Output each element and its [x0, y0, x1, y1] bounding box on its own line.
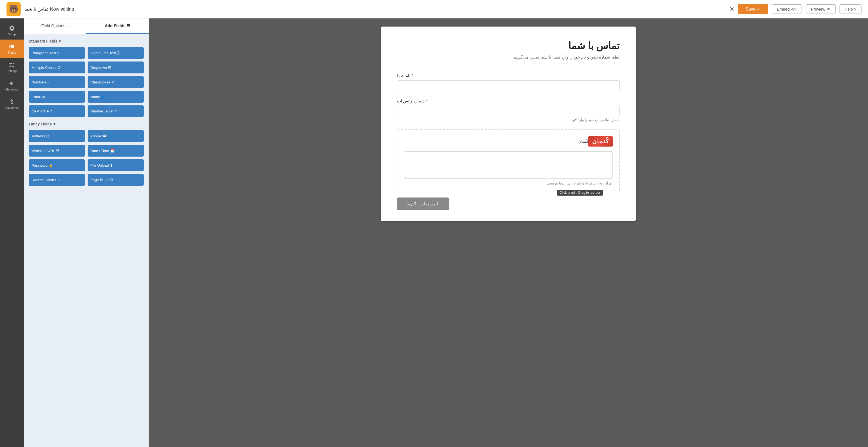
captcha-textarea[interactable] — [404, 151, 613, 178]
topbar-right: ✕ Save ✓ Embed </> Preview 👁 Help ? — [730, 4, 862, 14]
field-panel-tabs: Field Options = Add Fields ☰ — [24, 19, 149, 34]
sidebar-item-marketing[interactable]: Marketing — [0, 76, 24, 95]
name-button[interactable]: Name 👤 — [88, 91, 144, 103]
standard-fields-header[interactable]: Standard Fields ▾ — [29, 39, 144, 43]
logo-bear: 🐻 — [6, 2, 21, 16]
form-preview: تماس با شما لطفا شماره تلفن و نام خود را… — [149, 19, 868, 447]
captcha-image: کُتمان — [588, 136, 613, 146]
form-card: تماس با شما لطفا شماره تلفن و نام خود را… — [381, 27, 636, 221]
sidebar-payments-label: Payments — [5, 106, 19, 109]
checkboxes-button[interactable]: Checkboxes ✓ — [88, 76, 144, 88]
submit-button[interactable]: با من تماس بگیرید — [397, 198, 449, 210]
topbar: 🐻 Now editing تماس با شما ✕ Save ✓ Embed… — [0, 0, 868, 19]
sidebar-setup-label: Setup — [8, 33, 16, 36]
file-upload-button[interactable]: File Upload ⬆ — [88, 159, 144, 171]
website-url-button[interactable]: Website / URL ⛓ — [29, 145, 85, 157]
embed-button[interactable]: Embed </> — [772, 4, 802, 14]
numbers-button[interactable]: Numbers # — [29, 76, 85, 88]
submit-row: با من تماس بگیرید — [397, 198, 620, 210]
whatsapp-field-label: * شماره واتس اپ — [397, 99, 620, 103]
field-panel: Field Options = Add Fields ☰ Standard Fi… — [24, 19, 149, 447]
address-button[interactable]: Address ◎ — [29, 130, 85, 142]
whatsapp-hint: شماره واتس اپ خود را وارد کنید. — [397, 118, 620, 122]
form-subtitle[interactable]: لطفا شماره تلفن و نام خود را وارد کنید. … — [397, 55, 620, 60]
name-required-star: * — [411, 73, 413, 78]
preview-button[interactable]: Preview 👁 — [806, 4, 836, 14]
save-button[interactable]: Save ✓ — [738, 4, 768, 14]
dropdown-button[interactable]: Dropdown ▤ — [88, 62, 144, 73]
standard-fields-section: Standard Fields ▾ Paragraph Text ¶ Singl… — [24, 34, 149, 193]
sidebar-item-payments[interactable]: Payments — [0, 95, 24, 113]
whatsapp-input[interactable] — [397, 106, 620, 116]
password-button[interactable]: Password 🔒 — [29, 159, 85, 171]
topbar-left: 🐻 Now editing تماس با شما — [6, 2, 74, 16]
help-button[interactable]: Help ? — [839, 4, 862, 14]
name-input[interactable] — [397, 80, 620, 91]
page-break-button[interactable]: Page Break ⧉ — [88, 174, 144, 186]
captcha-hint: ی آن، به ارتباط با ما نیاز دارید، اینجا … — [404, 181, 613, 185]
close-button[interactable]: ✕ — [730, 6, 734, 13]
standard-fields-grid: Paragraph Text ¶ Single Line Text ⌶ Mult… — [29, 47, 144, 117]
whatsapp-required-star: * — [426, 99, 428, 103]
tab-add-fields[interactable]: Add Fields ☰ — [86, 19, 149, 34]
number-slider-button[interactable]: Number Slider ≡ — [88, 105, 144, 117]
captcha-section[interactable]: کُتمان کُتمان ی آن، به ارتباط با ما نیاز… — [397, 130, 620, 192]
tab-field-options[interactable]: Field Options = — [24, 19, 86, 34]
multiple-choice-button[interactable]: Multiple Choice ⊙ — [29, 62, 85, 73]
fancy-fields-grid: Address ◎ Phone ☎ Website / URL ⛓ Date /… — [29, 130, 144, 186]
date-time-button[interactable]: Date / Time 📅 — [88, 145, 144, 157]
sidebar-item-fields[interactable]: Fields — [0, 40, 24, 58]
name-field-container: * نام شما — [397, 73, 620, 91]
single-line-text-button[interactable]: Single Line Text ⌶ — [88, 47, 144, 59]
sidebar-icons: Setup Fields Settings Marketing Payments — [0, 19, 24, 447]
sidebar-settings-label: Settings — [6, 69, 18, 73]
form-title[interactable]: تماس با شما — [397, 40, 620, 51]
sidebar-item-setup[interactable]: Setup — [0, 21, 24, 40]
sidebar-item-settings[interactable]: Settings — [0, 58, 24, 76]
captcha-button[interactable]: CAPTCHA ? — [29, 105, 85, 117]
whatsapp-field-container: * شماره واتس اپ شماره واتس اپ خود را وار… — [397, 99, 620, 122]
section-divider-button[interactable]: Section Divider → — [29, 174, 85, 186]
phone-button[interactable]: Phone ☎ — [88, 130, 144, 142]
editing-label: Now editing تماس با شما — [24, 6, 74, 12]
paragraph-text-button[interactable]: Paragraph Text ¶ — [29, 47, 85, 59]
form-divider — [397, 68, 620, 68]
fancy-fields-header[interactable]: Fancy Fields ▾ — [29, 122, 144, 126]
sidebar-marketing-label: Marketing — [5, 88, 19, 91]
email-button[interactable]: Email ✉ — [29, 91, 85, 103]
captcha-label: کُتمان کُتمان — [404, 136, 613, 146]
sidebar-fields-label: Fields — [8, 51, 16, 54]
name-field-label: * نام شما — [397, 73, 620, 78]
main-layout: Setup Fields Settings Marketing Payments… — [0, 19, 868, 447]
click-to-edit-tooltip: Click to edit. Drag to reorder — [557, 190, 603, 196]
